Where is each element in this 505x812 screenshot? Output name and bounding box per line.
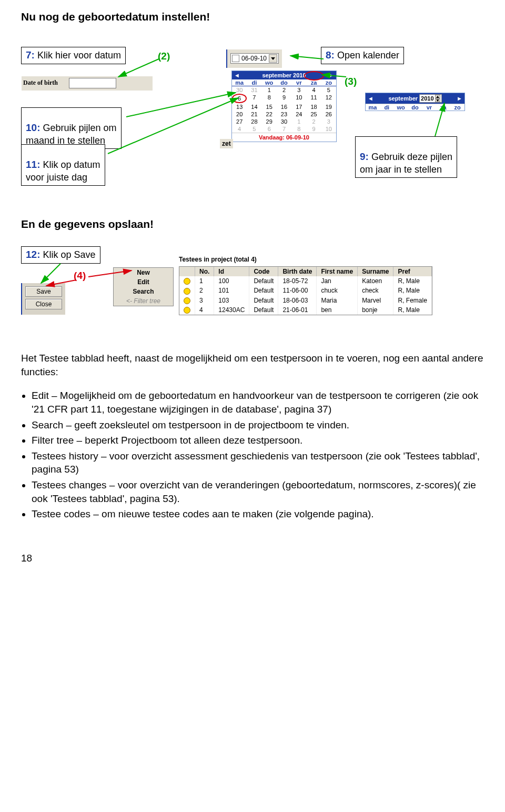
diagram-save: 12: Klik op Save (4) Save Close New Edit…: [21, 246, 484, 336]
list-item: Search – geeft zoeksleutel om testpersoo…: [32, 418, 484, 432]
table-cell: chuck: [317, 286, 358, 295]
svg-line-2: [322, 75, 346, 77]
table-cell: Marvel: [358, 296, 393, 305]
svg-line-1: [290, 56, 324, 59]
table-cell: check: [358, 286, 393, 295]
arrow-save-svg: [21, 246, 231, 336]
table-cell: Default: [249, 286, 278, 295]
table-cell: 18-05-72: [278, 276, 317, 286]
svg-line-3: [126, 93, 236, 117]
svg-line-7: [88, 270, 132, 277]
list-item: Testee codes – om nieuwe testee codes aa…: [32, 507, 484, 521]
svg-line-6: [46, 280, 76, 286]
page-number: 18: [21, 553, 484, 564]
table-header[interactable]: First name: [317, 267, 358, 276]
svg-line-5: [435, 103, 445, 136]
table-cell: R, Male: [393, 276, 431, 286]
table-cell: Default: [249, 305, 278, 315]
table-cell: ben: [317, 305, 358, 315]
svg-line-0: [118, 59, 159, 77]
page-title: Nu nog de geboortedatum instellen!: [21, 11, 484, 23]
diagram-dob: 7: Klik hier voor datum (2) 8: Open kale…: [21, 44, 484, 202]
table-header[interactable]: Pref: [393, 267, 431, 276]
table-cell: Maria: [317, 296, 358, 305]
body-paragraph: Het Testee tabblad heeft, naast de mogel…: [21, 352, 484, 378]
table-cell: 21-06-01: [278, 305, 317, 315]
table-cell: R, Male: [393, 305, 431, 315]
table-header[interactable]: Surname: [358, 267, 393, 276]
table-cell: Katoen: [358, 276, 393, 286]
table-cell: Jan: [317, 276, 358, 286]
table-cell: Default: [249, 276, 278, 286]
arrows-svg: [21, 44, 484, 202]
table-cell: R, Male: [393, 286, 431, 295]
list-item: Testees history – voor overzicht assessm…: [32, 449, 484, 476]
table-cell: 18-06-03: [278, 296, 317, 305]
feature-list: Edit – Mogelijkheid om de geboortedatum …: [21, 389, 484, 521]
table-cell: Default: [249, 296, 278, 305]
table-cell: R, Female: [393, 296, 431, 305]
table-cell: bonje: [358, 305, 393, 315]
list-item: Testees changes – voor overzicht van de …: [32, 478, 484, 505]
table-cell: 11-06-00: [278, 286, 317, 295]
svg-line-8: [41, 264, 60, 283]
heading-save: En de gegevens opslaan!: [21, 218, 484, 230]
table-header[interactable]: Birth date: [278, 267, 317, 276]
list-item: Filter tree – beperkt Projectboom tot al…: [32, 434, 484, 447]
list-item: Edit – Mogelijkheid om de geboortedatum …: [32, 389, 484, 416]
table-header[interactable]: Code: [249, 267, 278, 276]
